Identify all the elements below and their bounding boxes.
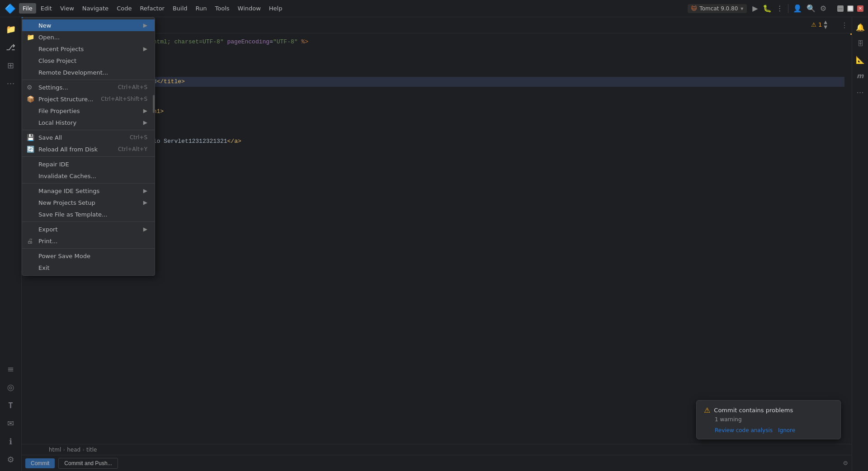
search-everywhere-icon[interactable]: 🔍: [807, 4, 816, 13]
file-properties-arrow-icon: ▶: [143, 108, 147, 114]
more-options-icon[interactable]: ⋮: [776, 4, 783, 13]
tomcat-icon: 🐱: [691, 5, 697, 12]
menu-file[interactable]: File: [19, 3, 36, 14]
menu-item-remote-development[interactable]: Remote Development...: [22, 66, 155, 78]
right-database-icon[interactable]: 🗄: [854, 37, 867, 50]
menu-item-manage-ide-settings[interactable]: Manage IDE Settings ▶: [22, 185, 155, 197]
menu-navigate[interactable]: Navigate: [79, 3, 112, 14]
menu-run[interactable]: Run: [192, 3, 211, 14]
account-icon[interactable]: 👤: [793, 4, 802, 13]
warning-nav-up-button[interactable]: ▲: [824, 20, 827, 24]
menu-item-save-all[interactable]: 💾 Save All Ctrl+S: [22, 132, 155, 143]
right-notifications-icon[interactable]: 🔔: [854, 21, 867, 33]
new-projects-arrow-icon: ▶: [143, 199, 147, 206]
tab-actions: ⋮: [841, 21, 852, 29]
menu-item-recent-projects[interactable]: Recent Projects ▶: [22, 43, 155, 55]
code-line-6: </head>: [58, 87, 844, 97]
warning-popup-title-text: Commit contains problems: [714, 407, 793, 414]
tomcat-badge[interactable]: 🐱 Tomcat 9.0.80 ▾: [688, 4, 747, 13]
menu-item-project-structure[interactable]: 📦 Project Structure... Ctrl+Alt+Shift+S: [22, 93, 155, 105]
breadcrumb-sep-1: ›: [63, 447, 65, 453]
menu-item-settings[interactable]: ⚙ Settings... Ctrl+Alt+S: [22, 81, 155, 93]
app-logo: 🔷: [5, 3, 15, 14]
menu-separator-3: [22, 156, 155, 157]
tomcat-dropdown-icon: ▾: [741, 5, 743, 12]
menu-item-reload-all[interactable]: 🔄 Reload All from Disk Ctrl+Alt+Y: [22, 143, 155, 155]
close-button[interactable]: ✕: [857, 5, 863, 12]
menu-item-open[interactable]: 📁 Open...: [22, 31, 155, 43]
right-more-icon[interactable]: ⋯: [854, 86, 867, 99]
menu-item-close-project[interactable]: Close Project: [22, 55, 155, 66]
menu-item-save-file-template[interactable]: Save File as Template...: [22, 208, 155, 220]
ignore-link[interactable]: Ignore: [778, 427, 795, 433]
menu-item-repair-ide[interactable]: Repair IDE: [22, 158, 155, 170]
bottom-settings-icon[interactable]: ⚙: [843, 460, 848, 466]
menu-item-exit[interactable]: Exit: [22, 262, 155, 273]
menu-code[interactable]: Code: [113, 3, 135, 14]
menu-help[interactable]: Help: [265, 3, 286, 14]
debug-button[interactable]: 🐛: [763, 4, 772, 13]
breadcrumb-sep-2: ›: [82, 447, 85, 453]
menu-separator-1: [22, 80, 155, 80]
warning-popup-icon: ⚠: [704, 406, 710, 414]
menu-window[interactable]: Window: [234, 3, 264, 14]
menu-refactor[interactable]: Refactor: [136, 3, 168, 14]
menu-item-invalidate-caches[interactable]: Invalidate Caches...: [22, 170, 155, 182]
tab-actions-more-icon[interactable]: ⋮: [841, 21, 848, 29]
tomcat-label: Tomcat 9.0.80: [699, 5, 738, 12]
menu-build[interactable]: Build: [169, 3, 191, 14]
minimize-button[interactable]: —: [837, 5, 844, 12]
activity-info-icon[interactable]: ℹ: [3, 433, 19, 449]
review-code-analysis-link[interactable]: Review code analysis: [715, 427, 773, 433]
menu-item-power-save-mode[interactable]: Power Save Mode: [22, 250, 155, 262]
activity-settings-icon[interactable]: ⚙: [3, 451, 19, 467]
right-maven-icon[interactable]: m: [854, 70, 867, 82]
right-gutter: [844, 33, 852, 444]
bottom-panel: Commit Commit and Push... ⚙: [22, 455, 852, 471]
menu-item-file-properties[interactable]: File Properties ▶: [22, 105, 155, 117]
code-content[interactable]: <%@ page contentType="text/html; charset…: [52, 33, 844, 444]
project-structure-icon: 📦: [27, 95, 34, 103]
menu-item-print[interactable]: 🖨 Print...: [22, 235, 155, 247]
editor-warning-indicator: ⚠ 1 ▲ ▼: [811, 20, 827, 29]
activity-notifications-icon[interactable]: ✉: [3, 415, 19, 431]
activity-structure-icon[interactable]: ⊞: [3, 57, 19, 73]
code-line-9: </h1>: [58, 117, 844, 127]
menu-item-local-history[interactable]: Local History ▶: [22, 117, 155, 128]
menu-edit[interactable]: Edit: [37, 3, 56, 14]
gutter-warning-indicator: [850, 33, 852, 35]
activity-terminal-icon[interactable]: T: [3, 397, 19, 413]
title-bar-right: 🐱 Tomcat 9.0.80 ▾ ▶ 🐛 ⋮ 👤 🔍 ⚙ — ⬜ ✕: [688, 4, 863, 13]
activity-git-icon[interactable]: ⎇: [3, 39, 19, 55]
export-arrow-icon: ▶: [143, 226, 147, 232]
menu-item-new[interactable]: New ▶: [22, 19, 155, 31]
maximize-button[interactable]: ⬜: [847, 5, 854, 12]
menu-separator-6: [22, 248, 155, 249]
bottom-right: ⚙: [843, 460, 848, 466]
code-line-7: <body>: [58, 97, 844, 107]
activity-layers-icon[interactable]: ≡: [3, 361, 19, 377]
code-line-3: <html>: [58, 57, 844, 67]
recent-projects-arrow-icon: ▶: [143, 46, 147, 52]
reload-icon: 🔄: [27, 146, 34, 153]
code-line-2: <!DOCTYPE html>: [58, 47, 844, 57]
menu-item-new-projects-setup[interactable]: New Projects Setup ▶: [22, 197, 155, 208]
activity-folder-icon[interactable]: 📁: [3, 21, 19, 37]
menu-tools[interactable]: Tools: [212, 3, 233, 14]
menu-view[interactable]: View: [57, 3, 78, 14]
activity-more-icon[interactable]: ⋯: [3, 75, 19, 91]
warning-popup-title: ⚠ Commit contains problems: [704, 406, 833, 414]
commit-and-push-button[interactable]: Commit and Push...: [58, 458, 118, 469]
settings-icon[interactable]: ⚙: [820, 4, 826, 13]
code-line-8: <h1><%= "Hello World!" %></h1>: [58, 107, 844, 117]
activity-plugins-icon[interactable]: ◎: [3, 379, 19, 395]
menu-separator-4: [22, 183, 155, 184]
window-controls: — ⬜ ✕: [837, 5, 863, 12]
menu-item-export[interactable]: Export ▶: [22, 223, 155, 235]
code-line-13: </html>: [58, 156, 844, 166]
right-structure-icon[interactable]: 📐: [854, 53, 867, 66]
warning-nav-down-button[interactable]: ▼: [824, 25, 827, 29]
commit-button[interactable]: Commit: [25, 458, 55, 468]
menu-bar: File Edit View Navigate Code Refactor Bu…: [19, 3, 688, 14]
run-button[interactable]: ▶: [752, 4, 758, 13]
